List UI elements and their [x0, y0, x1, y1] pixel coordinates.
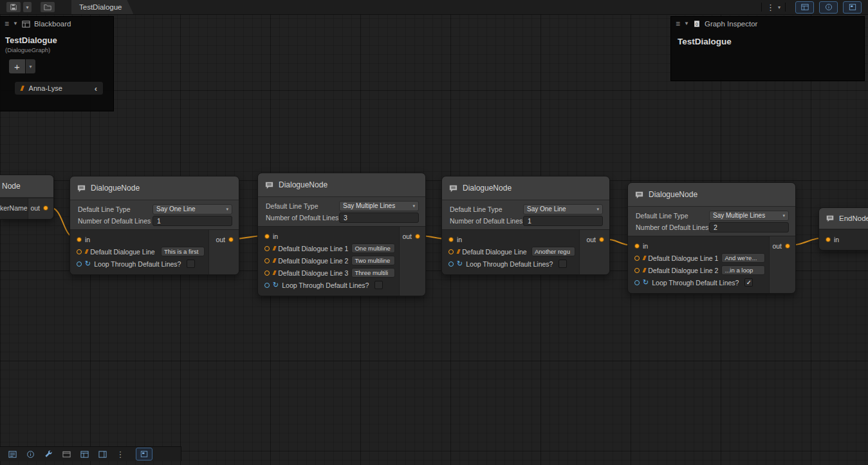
- window-button[interactable]: [59, 448, 74, 460]
- minimap-button[interactable]: [136, 448, 152, 460]
- console-button[interactable]: [5, 448, 20, 460]
- dropdown-value: Say Multiple Lines: [713, 212, 765, 219]
- input-port[interactable]: [448, 261, 454, 267]
- collapse-icon[interactable]: ▼: [684, 21, 689, 26]
- blackboard-button[interactable]: [77, 448, 92, 460]
- dialogue-line-field[interactable]: And we're...: [721, 253, 765, 263]
- input-port[interactable]: [448, 249, 454, 254]
- blackboard-toggle-button[interactable]: [795, 1, 814, 14]
- minimap-toggle-button[interactable]: [843, 1, 862, 14]
- loop-label: Loop Through Default Lines?: [652, 279, 739, 287]
- dialogue-node-icon: [264, 180, 274, 190]
- input-port[interactable]: [634, 268, 640, 273]
- input-port[interactable]: [77, 237, 82, 242]
- open-asset-button[interactable]: [41, 2, 55, 12]
- line-count-field[interactable]: 3: [339, 213, 419, 223]
- input-port[interactable]: [634, 280, 640, 285]
- panel-title: Graph Inspector: [705, 20, 757, 28]
- line-type-dropdown[interactable]: Say Multiple Lines ▾: [709, 211, 789, 221]
- window-icon: [62, 450, 71, 459]
- collapse-icon[interactable]: ▼: [13, 21, 18, 26]
- quote-icon: //: [21, 85, 23, 92]
- blackboard-icon: [801, 3, 809, 11]
- save-button[interactable]: [6, 2, 21, 12]
- dialogue-line-field[interactable]: Two multiline: [351, 256, 395, 265]
- input-port[interactable]: [826, 237, 831, 242]
- node-title-bar[interactable]: DialogueNode: [258, 173, 425, 197]
- in-port-label: in: [457, 236, 462, 243]
- output-port[interactable]: [415, 234, 420, 239]
- save-icon: [10, 3, 17, 11]
- dialogue-line-field[interactable]: Another regu: [531, 247, 575, 256]
- dialogue-node[interactable]: DialogueNode Default Line Type Say Multi…: [627, 182, 796, 294]
- dialogue-node[interactable]: DialogueNode Default Line Type Say One L…: [441, 176, 610, 275]
- output-port[interactable]: [228, 237, 234, 242]
- output-port[interactable]: [599, 237, 604, 242]
- chevron-down-icon[interactable]: ▾: [778, 5, 780, 10]
- line-count-field[interactable]: 1: [152, 216, 232, 226]
- graph-inspector-header[interactable]: ≡ ▼ 0 Graph Inspector: [671, 17, 864, 31]
- hamburger-icon[interactable]: ≡: [5, 20, 9, 28]
- output-port[interactable]: [43, 205, 48, 211]
- line-type-dropdown[interactable]: Say One Line ▾: [152, 204, 232, 214]
- tools-button[interactable]: [41, 448, 56, 460]
- speaker-node[interactable]: Node kerName out: [0, 175, 54, 220]
- blackboard-header[interactable]: ≡ ▼ Blackboard: [0, 17, 113, 31]
- dialogue-line-field[interactable]: One multiline: [351, 243, 395, 253]
- node-title-bar[interactable]: EndNode: [819, 208, 868, 229]
- input-port[interactable]: [77, 249, 82, 254]
- minimap-icon: [140, 450, 148, 458]
- loop-checkbox[interactable]: [374, 281, 383, 289]
- node-title-bar[interactable]: DialogueNode: [628, 183, 795, 207]
- port-label: kerName: [0, 204, 28, 212]
- dialogue-line-field[interactable]: Three multili: [351, 268, 395, 278]
- add-property-button[interactable]: +: [9, 59, 25, 73]
- chevron-left-icon[interactable]: ‹: [95, 84, 97, 93]
- loop-checkbox[interactable]: [187, 260, 195, 268]
- node-title: DialogueNode: [649, 190, 697, 199]
- blackboard-panel: ≡ ▼ Blackboard TestDialogue (DialogueGra…: [0, 16, 114, 111]
- dialogue-node[interactable]: DialogueNode Default Line Type Say One L…: [69, 176, 239, 275]
- input-port[interactable]: [264, 283, 270, 288]
- blackboard-property-row[interactable]: // Anna-Lyse ‹: [14, 81, 104, 95]
- more-button[interactable]: ⋮: [113, 448, 128, 460]
- inspector-button[interactable]: [23, 448, 38, 460]
- dialogue-line-field[interactable]: ...in a loop: [721, 265, 765, 275]
- tab-testdialogue[interactable]: TestDialogue: [71, 0, 133, 14]
- blackboard-icon: [80, 450, 89, 459]
- more-options-button[interactable]: ⋮: [766, 3, 775, 12]
- quote-icon: //: [643, 254, 645, 261]
- loop-icon: ↻: [273, 281, 279, 289]
- input-port[interactable]: [448, 237, 454, 242]
- dialogue-node-icon: [77, 184, 86, 193]
- line-type-dropdown[interactable]: Say Multiple Lines ▾: [339, 201, 419, 211]
- line-count-field[interactable]: 2: [709, 222, 789, 232]
- hamburger-icon[interactable]: ≡: [676, 20, 680, 28]
- input-port[interactable]: [264, 234, 270, 239]
- input-port[interactable]: [77, 261, 82, 267]
- input-port[interactable]: [634, 243, 640, 249]
- input-port[interactable]: [634, 256, 640, 261]
- dialogue-line-label: Default Dialogue Line 2: [648, 267, 718, 274]
- add-property-dropdown[interactable]: ▾: [26, 59, 35, 73]
- output-port[interactable]: [785, 243, 790, 249]
- line-type-dropdown[interactable]: Say One Line ▾: [523, 204, 603, 214]
- inspector-toggle-button[interactable]: [819, 1, 838, 14]
- line-count-field[interactable]: 1: [523, 216, 603, 226]
- save-dropdown-button[interactable]: ▾: [23, 2, 32, 12]
- dialogue-line-field[interactable]: This is a first: [161, 247, 205, 256]
- input-port[interactable]: [264, 258, 270, 263]
- input-port[interactable]: [264, 270, 270, 276]
- dialogue-node[interactable]: DialogueNode Default Line Type Say Multi…: [257, 173, 426, 296]
- node-title-bar[interactable]: Node: [0, 175, 53, 198]
- loop-checkbox[interactable]: ✓: [744, 278, 753, 287]
- dialogue-line-label: Default Dialogue Line: [90, 248, 154, 256]
- end-node[interactable]: EndNode in: [818, 207, 868, 251]
- preview-button[interactable]: [95, 448, 110, 460]
- node-title-bar[interactable]: DialogueNode: [442, 176, 609, 200]
- node-title-bar[interactable]: DialogueNode: [70, 176, 239, 200]
- input-port[interactable]: [264, 246, 270, 251]
- loop-icon: ↻: [643, 279, 649, 286]
- graph-type: (DialogueGraph): [5, 46, 113, 53]
- loop-checkbox[interactable]: [559, 260, 567, 268]
